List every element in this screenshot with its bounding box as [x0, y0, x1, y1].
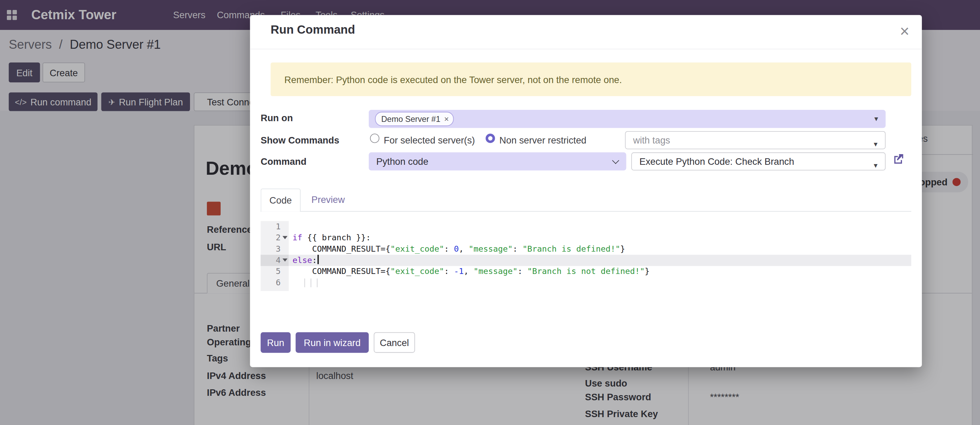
code-token: "message": [474, 267, 517, 276]
indent-guide: [317, 278, 318, 287]
code-token: "exit_code": [390, 244, 444, 253]
code-token: ,: [459, 244, 468, 253]
code-line[interactable]: COMMAND_RESULT={"exit_code": 0, "message…: [289, 243, 911, 255]
alert-text: Remember: Python code is executed on the…: [285, 74, 622, 85]
label-run-on: Run on: [261, 112, 293, 123]
line-number: 3: [261, 243, 289, 255]
tab-preview[interactable]: Preview: [303, 189, 353, 211]
with-tags-placeholder: with tags: [633, 135, 670, 146]
label-command: Command: [261, 156, 306, 167]
chevron-down-icon: [612, 157, 619, 164]
tab-code[interactable]: Code: [261, 189, 300, 211]
code-line[interactable]: [289, 221, 911, 232]
screen: Cetmix Tower Servers Commands Files Tool…: [0, 0, 980, 425]
text-cursor: [318, 255, 319, 264]
code-token: }: [644, 267, 649, 276]
close-icon[interactable]: ×: [900, 20, 910, 42]
code-line[interactable]: COMMAND_RESULT={"exit_code": -1, "messag…: [289, 266, 911, 278]
alert-banner: Remember: Python code is executed on the…: [271, 62, 911, 96]
code-line[interactable]: if {{ branch }}:: [289, 232, 911, 244]
code-token: if: [293, 233, 302, 242]
chevron-down-icon: ▾: [874, 136, 878, 153]
code-line[interactable]: [289, 278, 911, 289]
line-number: 5: [261, 266, 289, 278]
tag-remove-icon[interactable]: ×: [444, 114, 449, 124]
radio-non-server-restricted-label[interactable]: Non server restricted: [499, 135, 586, 146]
code-token: :: [444, 244, 454, 253]
modal-title: Run Command: [271, 23, 355, 37]
indent-guide: [311, 278, 311, 287]
code-editor[interactable]: 123456 if {{ branch }}: COMMAND_RESULT={…: [261, 221, 911, 291]
editor-code[interactable]: if {{ branch }}: COMMAND_RESULT={"exit_c…: [289, 221, 911, 291]
code-token: "exit_code": [390, 267, 444, 276]
code-token: -1: [454, 267, 463, 276]
command-select[interactable]: Execute Python Code: Check Branch ▾: [631, 152, 886, 171]
chevron-down-icon[interactable]: ▾: [875, 114, 878, 123]
code-token: }: [620, 244, 625, 253]
code-token: "Branch is not defined!": [527, 267, 645, 276]
run-on-field[interactable]: Demo Server #1 × ▾: [369, 110, 886, 128]
code-line[interactable]: else:: [289, 255, 911, 266]
indent-guide: [304, 278, 305, 287]
label-show-commands: Show Commands: [261, 135, 339, 146]
line-number: 1: [261, 221, 289, 232]
code-token: ,: [464, 267, 474, 276]
code-token: "message": [469, 244, 513, 253]
modal-header-divider: [250, 49, 922, 49]
radio-for-selected-servers-label[interactable]: For selected server(s): [384, 135, 475, 146]
code-token: :: [312, 255, 317, 265]
command-type-value: Python code: [376, 156, 428, 167]
fold-arrow-icon[interactable]: [282, 236, 288, 239]
code-token: {{ branch }}:: [302, 233, 371, 242]
server-tag[interactable]: Demo Server #1 ×: [375, 112, 454, 126]
server-tag-label: Demo Server #1: [382, 114, 441, 124]
with-tags-select[interactable]: with tags ▾: [625, 131, 886, 149]
code-token: :: [517, 267, 527, 276]
tabs-divider: [261, 211, 911, 212]
radio-non-server-restricted[interactable]: [485, 133, 495, 143]
editor-gutter: 123456: [261, 221, 289, 291]
command-value: Execute Python Code: Check Branch: [640, 156, 794, 167]
code-token: COMMAND_RESULT={: [293, 267, 390, 276]
run-button[interactable]: Run: [261, 332, 290, 353]
code-token: COMMAND_RESULT={: [293, 244, 390, 253]
line-number: 2: [261, 232, 289, 244]
run-command-modal: Run Command × Remember: Python code is e…: [250, 15, 922, 367]
command-type-select[interactable]: Python code: [369, 152, 626, 171]
fold-arrow-icon[interactable]: [282, 258, 288, 262]
radio-for-selected-servers[interactable]: [370, 133, 379, 143]
code-token: 0: [454, 244, 459, 253]
code-token: "Branch is defined!": [522, 244, 620, 253]
run-in-wizard-button[interactable]: Run in wizard: [296, 332, 369, 353]
line-number: 4: [261, 255, 289, 266]
code-token: else: [293, 255, 312, 265]
code-token: :: [513, 244, 522, 253]
chevron-down-icon: ▾: [874, 157, 878, 174]
code-token: :: [444, 267, 454, 276]
cancel-button[interactable]: Cancel: [374, 332, 415, 353]
external-link-icon[interactable]: [892, 153, 904, 165]
line-number: 6: [261, 278, 289, 289]
